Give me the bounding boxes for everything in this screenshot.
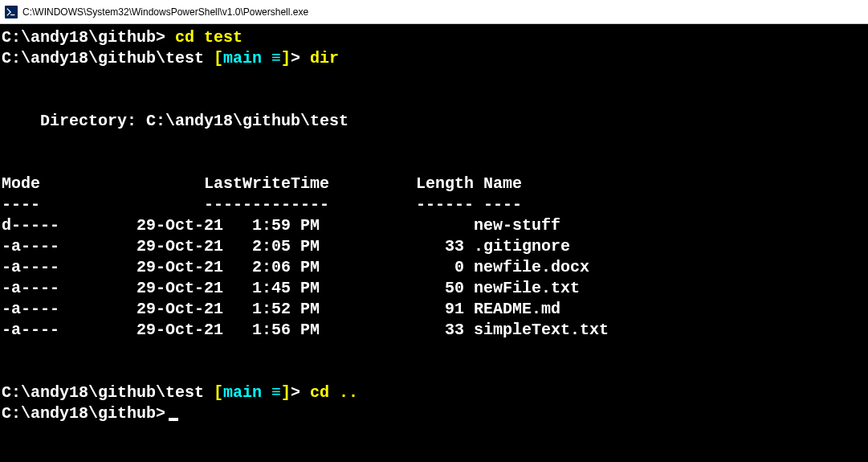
- table-row: -a---- 29-Oct-21 1:45 PM 50 newFile.txt: [2, 278, 866, 299]
- terminal-area[interactable]: C:\andy18\github> cd test C:\andy18\gith…: [0, 24, 868, 427]
- prompt-line: C:\andy18\github\test [ main ≡ ] > cd ..: [2, 382, 866, 403]
- table-row: -a---- 29-Oct-21 2:06 PM 0 newfile.docx: [2, 257, 866, 278]
- git-branch: main ≡: [223, 382, 281, 403]
- table-row: d----- 29-Oct-21 1:59 PM new-stuff: [2, 215, 866, 236]
- table-row: -a---- 29-Oct-21 1:56 PM 33 simpleText.t…: [2, 320, 866, 341]
- bracket-close: ]: [281, 48, 291, 69]
- prompt-path: C:\andy18\github>: [2, 403, 165, 424]
- table-divider: ---- ------------- ------ ----: [2, 194, 866, 215]
- prompt-arrow: >: [291, 48, 300, 69]
- prompt-path: C:\andy18\github\test: [2, 48, 214, 69]
- prompt-arrow: >: [291, 382, 300, 403]
- output-blank: [2, 132, 866, 153]
- command-text: cd test: [165, 27, 242, 48]
- output-blank: [2, 69, 866, 90]
- output-blank: [2, 90, 866, 111]
- table-row: -a---- 29-Oct-21 2:05 PM 33 .gitignore: [2, 236, 866, 257]
- output-blank: [2, 153, 866, 174]
- prompt-path: C:\andy18\github>: [2, 27, 165, 48]
- bracket-open: [: [214, 48, 223, 69]
- prompt-line: C:\andy18\github\test [ main ≡ ] > dir: [2, 48, 866, 69]
- git-branch: main ≡: [223, 48, 281, 69]
- table-row: -a---- 29-Oct-21 1:52 PM 91 README.md: [2, 299, 866, 320]
- output-blank: [2, 341, 866, 362]
- command-text: dir: [300, 48, 339, 69]
- window-titlebar: C:\WINDOWS\System32\WindowsPowerShell\v1…: [0, 0, 868, 24]
- powershell-icon: [5, 6, 18, 18]
- prompt-path: C:\andy18\github\test: [2, 382, 214, 403]
- command-text: cd ..: [300, 382, 358, 403]
- bracket-open: [: [214, 382, 223, 403]
- table-header: Mode LastWriteTime Length Name: [2, 174, 866, 194]
- prompt-line: C:\andy18\github>: [2, 403, 866, 424]
- window-title: C:\WINDOWS\System32\WindowsPowerShell\v1…: [22, 6, 308, 18]
- bracket-close: ]: [281, 382, 291, 403]
- prompt-line: C:\andy18\github> cd test: [2, 27, 866, 48]
- cursor: [169, 418, 178, 421]
- directory-label: Directory: C:\andy18\github\test: [2, 111, 866, 132]
- output-blank: [2, 362, 866, 382]
